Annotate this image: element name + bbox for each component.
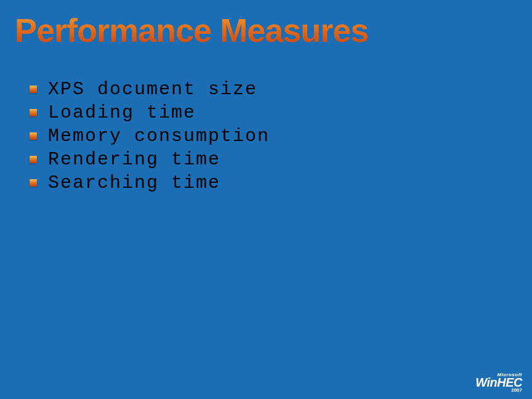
slide-title: Performance Measures — [15, 11, 368, 49]
list-item-text: Rendering time — [48, 149, 220, 170]
bullet-icon — [30, 86, 37, 93]
list-item: Memory consumption — [30, 126, 270, 147]
list-item: Searching time — [30, 172, 270, 193]
bullet-icon — [30, 156, 37, 163]
list-item-text: Loading time — [48, 102, 196, 123]
list-item-text: Searching time — [48, 172, 220, 193]
bullet-icon — [30, 132, 37, 140]
list-item: XPS document size — [30, 79, 270, 100]
footer-logo: Microsoft WinHEC 2007 — [475, 372, 522, 393]
list-item: Rendering time — [30, 149, 270, 170]
footer-event: WinHEC — [475, 376, 522, 389]
list-item-text: XPS document size — [48, 79, 257, 100]
bullet-list: XPS document size Loading time Memory co… — [30, 79, 270, 196]
bullet-icon — [30, 179, 37, 187]
list-item: Loading time — [30, 102, 270, 123]
bullet-icon — [30, 109, 37, 116]
list-item-text: Memory consumption — [48, 126, 270, 147]
